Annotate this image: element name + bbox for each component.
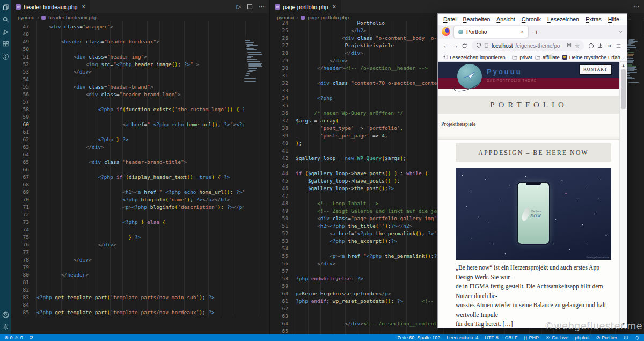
breadcrumb-file[interactable]: page-portfolio.php <box>308 14 349 20</box>
code-line[interactable]: 54 <box>11 76 269 83</box>
menu-extras[interactable]: Extras <box>582 16 605 23</box>
cursor-position[interactable]: Zeile 60, Spalte 102 <box>397 335 440 340</box>
code-line[interactable]: 59 <box>11 113 269 121</box>
code-line[interactable]: 71 <p><?php bloginfo('description'); ?><… <box>11 204 269 211</box>
code-line[interactable]: 61 <box>11 128 269 136</box>
account-icon[interactable] <box>2 311 9 318</box>
code-line[interactable]: 51 <div class="header-img"> <box>11 53 269 61</box>
code-line[interactable]: 50 <box>11 46 269 53</box>
menu-datei[interactable]: Datei <box>440 16 460 23</box>
code-line[interactable]: 69 <h1><a href=" <?php echo home_url(); … <box>11 188 269 196</box>
phpfmt-button[interactable]: phpfmt <box>575 335 590 340</box>
code-line[interactable]: 55 <div class="header-brand"> <box>11 83 269 91</box>
tab-close-icon[interactable]: × <box>521 29 524 35</box>
post-image[interactable]: Be here NOW ©webgefluester.me <box>456 168 611 260</box>
code-line[interactable]: 79 <box>11 264 269 271</box>
code-line[interactable]: 81 <box>11 279 269 286</box>
reload-icon[interactable] <box>460 43 469 49</box>
minimap[interactable] <box>626 37 644 334</box>
code-line[interactable]: 53 </div> <box>11 68 269 76</box>
more-actions-icon[interactable]: ··· <box>633 4 639 10</box>
bookmark-star-icon[interactable]: ☆ <box>575 43 580 49</box>
code-line[interactable]: 65 <div class="header-brand-title"> <box>11 158 269 166</box>
tab-header-bordeaux[interactable]: header-bordeaux.php × <box>11 0 91 13</box>
encoding-setting[interactable]: UTF-8 <box>485 335 499 340</box>
browser-tab-portfolio[interactable]: Portfolio × <box>454 26 528 38</box>
code-line[interactable]: 83<?php get_template_part('template-part… <box>11 294 269 301</box>
app-menu-hamburger-icon[interactable] <box>614 43 623 49</box>
feedback-icon[interactable] <box>624 335 628 340</box>
forward-icon[interactable]: → <box>451 42 460 49</box>
code-line[interactable]: 75 } ?> <box>11 234 269 241</box>
prettier-button[interactable]: ⊘ Prettier <box>596 335 617 340</box>
bookmark-import[interactable]: Lesezeichen importieren... <box>442 54 509 60</box>
tab-page-portfolio[interactable]: page-portfolio.php × <box>270 0 341 13</box>
close-icon[interactable]: × <box>82 4 85 10</box>
code-line[interactable]: 67 <?php if (display_header_text()==true… <box>11 173 269 181</box>
errors-indicator[interactable]: ⊗ 0 ⚠ 0 <box>4 335 23 340</box>
new-tab-button[interactable]: + <box>532 28 541 36</box>
reader-view-icon[interactable] <box>567 42 572 49</box>
scrollbar-thumb[interactable] <box>621 69 626 109</box>
window-minimize-button[interactable]: – <box>623 14 638 25</box>
bookmark-folder-affilliate[interactable]: affilliate <box>535 54 560 60</box>
code-line[interactable]: 66 <box>11 166 269 173</box>
settings-gear-icon[interactable] <box>2 323 9 330</box>
breadcrumb-folder[interactable]: pyouuu <box>277 14 294 20</box>
code-line[interactable]: 72 <box>11 211 269 219</box>
overflow-chevrons-icon[interactable]: » <box>605 42 614 49</box>
go-live-button[interactable]: Go Live <box>545 335 568 340</box>
menu-chronik[interactable]: Chronik <box>518 16 544 23</box>
code-editor-left[interactable]: 4647 <div class="wrapper">4849 <header c… <box>11 21 269 334</box>
code-line[interactable]: 80 </header> <box>11 271 269 279</box>
split-editor-icon[interactable] <box>247 4 253 10</box>
explorer-icon[interactable] <box>2 4 9 11</box>
minimap[interactable] <box>244 37 253 334</box>
pocket-icon[interactable] <box>587 43 596 49</box>
menu-hilfe[interactable]: Hilfe <box>605 16 623 23</box>
live-server-icon[interactable] <box>2 53 9 60</box>
code-line[interactable]: 85<?php get_template_part('template-part… <box>11 309 269 316</box>
code-line[interactable]: 58 <?php if(function_exists('the_custom_… <box>11 106 269 113</box>
notifications-bell-icon[interactable] <box>635 335 640 340</box>
code-line[interactable]: 63 </div> <box>11 143 269 151</box>
tab-list-chevron-icon[interactable] <box>618 27 623 37</box>
page-info-icon[interactable] <box>484 42 489 49</box>
download-icon[interactable] <box>596 43 605 49</box>
bookmark-folder-privat[interactable]: privat <box>512 54 532 60</box>
code-line[interactable]: 48 <box>11 31 269 38</box>
menu-ansicht[interactable]: Ansicht <box>493 16 518 23</box>
extensions-icon[interactable] <box>2 41 9 48</box>
code-line[interactable]: 62 <?php } ?> <box>11 136 269 143</box>
indentation-setting[interactable]: Leerzeichen: 4 <box>447 335 478 340</box>
code-line[interactable]: 52 <img src="<?php header_image(); ?>" > <box>11 61 269 68</box>
code-line[interactable]: 68 <box>11 181 269 188</box>
bookmark-site[interactable]: Deine mystische Erfah... <box>562 54 625 60</box>
run-debug-icon[interactable] <box>2 28 9 35</box>
code-line[interactable]: 84 <box>11 301 269 309</box>
language-mode[interactable]: {} PHP <box>524 335 539 340</box>
shield-icon[interactable] <box>476 42 481 49</box>
menu-bearbeiten[interactable]: Bearbeiten <box>460 16 494 23</box>
git-branch-icon[interactable] <box>30 335 34 340</box>
code-line[interactable]: 73 <?php } else { <box>11 219 269 226</box>
back-icon[interactable]: ← <box>442 42 451 49</box>
code-line[interactable]: 64 <box>11 151 269 158</box>
code-line[interactable]: 78 </div> <box>11 256 269 264</box>
code-line[interactable]: 74 <box>11 226 269 234</box>
search-icon[interactable] <box>2 16 9 23</box>
code-line[interactable]: 70 <?php bloginfo('name'); ?></a></h1> <box>11 196 269 204</box>
kontakt-button[interactable]: KONTAKT <box>579 64 612 75</box>
eol-setting[interactable]: CRLF <box>505 335 518 340</box>
page-scrollbar[interactable]: ▲ ▼ <box>619 62 627 328</box>
breadcrumb-folder[interactable]: pyouuu <box>18 14 34 20</box>
code-line[interactable]: 60 <a href=" <?php echo home_url(); ?>">… <box>11 121 269 128</box>
code-line[interactable]: 82 <box>11 286 269 294</box>
scroll-up-icon[interactable]: ▲ <box>620 62 627 69</box>
run-code-icon[interactable]: ▷ <box>237 4 241 10</box>
code-line[interactable]: 49 <header class="header-bordeaux"> <box>11 38 269 46</box>
close-icon[interactable]: × <box>333 4 336 10</box>
code-line[interactable]: 47 <div class="wrapper"> <box>11 23 269 31</box>
code-line[interactable]: 76 </div> <box>11 241 269 249</box>
firefox-logo-icon[interactable] <box>442 27 450 36</box>
